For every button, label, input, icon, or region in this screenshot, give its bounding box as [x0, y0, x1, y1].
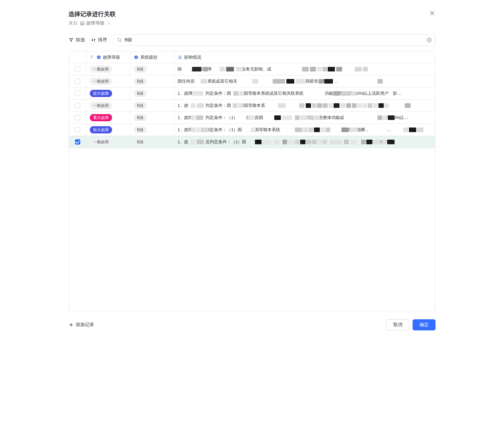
row-checkbox[interactable] [75, 79, 80, 84]
impact-cell: 除 、二级故障 对业务无影响、或 。 [174, 63, 435, 75]
fault-level-tag: 较大故障 [90, 90, 112, 97]
fault-level-tag: 较大故障 [90, 126, 112, 133]
row-checkbox-cell [69, 88, 87, 99]
system-level-tag: B级 [134, 90, 147, 97]
system-level-cell: B级 [130, 112, 174, 124]
row-checkbox[interactable] [75, 103, 80, 108]
sort-button[interactable]: 排序 [91, 37, 107, 43]
system-level-tag: B级 [134, 114, 147, 121]
fault-level-cell: 较大故障 [87, 124, 130, 136]
filter-label: 筛选 [76, 37, 85, 43]
source-table-link[interactable]: 故障等级 [80, 20, 111, 26]
row-checkbox-cell [69, 136, 87, 148]
sort-label: 排序 [98, 37, 107, 43]
fault-level-tag: 一般故障 [90, 78, 112, 85]
col-impact[interactable]: A 影响情况 [174, 51, 435, 63]
col-impact-label: 影响情况 [184, 54, 201, 60]
system-level-cell: B级 [130, 63, 174, 75]
row-checkbox-cell [69, 100, 87, 111]
row-checkbox[interactable] [75, 127, 80, 132]
table-row[interactable]: 一般故障B级1、故 判定条件：因 原因导致本系 ，影… [69, 100, 435, 112]
impact-text: 除 、二级故障 对业务无影响、或 。 [178, 66, 432, 72]
modal-footer: 添加记录 取消 确定 [68, 312, 436, 330]
impact-cell: 1、故 判定条件：因 原因导致本系 ，影… [174, 100, 435, 111]
from-label: 来自 [68, 20, 78, 26]
impact-cell: 因任何原 本系统或其它相关 分或局部非主要 。 [174, 75, 435, 87]
clear-search-icon[interactable] [427, 37, 432, 43]
svg-rect-12 [134, 56, 138, 59]
fault-level-cell: 一般故障 [87, 75, 130, 87]
impact-text: 1、故障 判定条件：（1） 任何原因 关联系统整体功能或 ，影响50%以… [178, 115, 432, 121]
col-system-level[interactable]: 系统级别 [130, 51, 174, 63]
fault-level-tag: 一般故障 [90, 66, 112, 73]
filter-button[interactable]: 筛选 [68, 37, 85, 43]
record-table: 故障等级 系统级别 A 影响情况 一般故障B级除 、二级故障 对业务无影响、或 … [68, 51, 436, 312]
system-level-cell: B级 [130, 136, 174, 148]
system-level-cell: B级 [130, 88, 174, 99]
row-checkbox-cell [69, 63, 87, 75]
fault-level-cell: 重大故障 [87, 112, 130, 124]
impact-text: 因任何原 本系统或其它相关 分或局部非主要 。 [178, 78, 432, 84]
impact-cell: 1、故障 判定条件：（1） 任何原因 关联系统整体功能或 ，影响50%以… [174, 112, 435, 124]
impact-cell: 1、故 后判定条件：（1）因 ，影响50%以… [174, 136, 435, 148]
footer-buttons: 取消 确定 [386, 319, 436, 330]
select-field-icon [134, 55, 138, 60]
search-field[interactable] [113, 34, 436, 46]
modal-title: 选择记录进行关联 [68, 10, 116, 18]
table-row[interactable]: 一般故障B级除 、二级故障 对业务无影响、或 。 [69, 63, 435, 75]
toolbar: 筛选 排序 [68, 34, 436, 46]
table-icon [80, 21, 85, 26]
table-row[interactable]: 一般故障B级因任何原 本系统或其它相关 分或局部非主要 。 [69, 75, 435, 88]
system-level-cell: B级 [130, 124, 174, 136]
table-header: 故障等级 系统级别 A 影响情况 [69, 51, 435, 63]
impact-text: 1、故障 判定条件：因 原因导致本系统或其它相关联系统 功能阻断，影响10%以上… [178, 90, 432, 96]
row-checkbox-cell [69, 75, 87, 87]
add-record-button[interactable]: 添加记录 [68, 322, 94, 328]
impact-cell: 1、故障 判定条件：（1）因 原因导致本系统 功能阻断， … [174, 124, 435, 136]
system-level-cell: B级 [130, 100, 174, 111]
col-fault-level[interactable]: 故障等级 [87, 51, 130, 63]
table-row[interactable]: 重大故障B级1、故障 判定条件：（1） 任何原因 关联系统整体功能或 ，影响50… [69, 112, 435, 124]
row-checkbox[interactable] [75, 139, 80, 145]
chevron-right-icon [107, 21, 111, 26]
system-level-tag: B级 [134, 66, 147, 73]
link-record-modal: 选择记录进行关联 来自 故障等级 筛选 排序 [59, 0, 445, 338]
system-level-cell: B级 [130, 75, 174, 87]
row-checkbox[interactable] [75, 115, 80, 120]
col-checkbox [69, 51, 87, 63]
add-record-label: 添加记录 [76, 322, 94, 328]
sort-icon [91, 37, 96, 43]
fault-level-cell: 一般故障 [87, 136, 130, 148]
filter-icon [68, 37, 74, 43]
impact-cell: 1、故障 判定条件：因 原因导致本系统或其它相关联系统 功能阻断，影响10%以上… [174, 88, 435, 99]
table-row[interactable]: 较大故障B级1、故障 判定条件：（1）因 原因导致本系统 功能阻断， … [69, 124, 435, 136]
modal-subheader: 来自 故障等级 [68, 20, 436, 26]
fault-level-tag: 一般故障 [90, 138, 112, 146]
svg-rect-11 [97, 56, 100, 59]
ok-button[interactable]: 确定 [413, 319, 436, 330]
system-level-tag: B级 [134, 78, 147, 85]
text-field-icon: A [178, 55, 182, 60]
row-checkbox[interactable] [75, 91, 80, 96]
svg-marker-6 [69, 38, 73, 41]
table-body: 一般故障B级除 、二级故障 对业务无影响、或 。一般故障B级因任何原 本系统或其… [69, 63, 435, 312]
col-fault-level-label: 故障等级 [103, 54, 120, 60]
close-icon[interactable] [429, 10, 436, 16]
fault-level-cell: 一般故障 [87, 63, 130, 75]
row-checkbox-cell [69, 112, 87, 124]
system-level-tag: B级 [134, 126, 147, 133]
search-input[interactable] [125, 37, 424, 43]
plus-icon [68, 322, 74, 327]
cancel-button[interactable]: 取消 [386, 319, 409, 330]
source-table-name: 故障等级 [86, 20, 105, 26]
impact-text: 1、故 判定条件：因 原因导致本系 ，影… [178, 103, 432, 109]
system-level-tag: B级 [134, 102, 147, 109]
select-field-icon [96, 55, 101, 60]
table-row[interactable]: 较大故障B级1、故障 判定条件：因 原因导致本系统或其它相关联系统 功能阻断，影… [69, 88, 435, 100]
fault-level-cell: 较大故障 [87, 88, 130, 99]
row-checkbox[interactable] [75, 67, 80, 72]
table-row[interactable]: 一般故障B级1、故 后判定条件：（1）因 ，影响50%以… [69, 136, 435, 148]
fault-level-cell: 一般故障 [87, 100, 130, 111]
fault-level-tag: 重大故障 [90, 114, 112, 121]
system-level-tag: B级 [134, 138, 147, 146]
